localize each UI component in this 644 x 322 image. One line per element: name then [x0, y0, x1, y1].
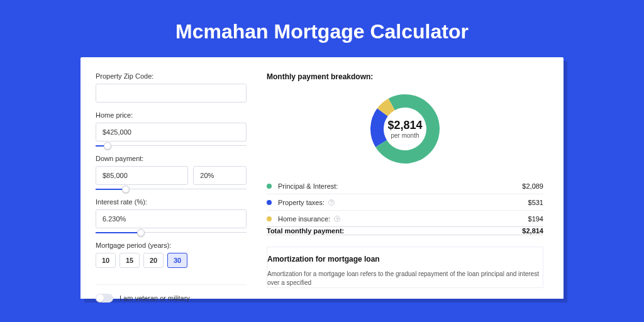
breakdown-panel: Monthly payment breakdown: $2,814 per mo… — [267, 72, 543, 284]
home-price-group: Home price: — [96, 111, 247, 146]
home-price-slider[interactable] — [96, 145, 247, 146]
total-row: Total monthly payment: $2,814 — [267, 226, 543, 235]
interest-label: Interest rate (%): — [96, 198, 247, 206]
page-title: Mcmahan Mortgage Calculator — [175, 0, 469, 57]
period-option-30[interactable]: 30 — [167, 253, 187, 268]
period-label: Mortgage period (years): — [96, 242, 247, 249]
legend-swatch — [267, 216, 272, 221]
total-value: $2,814 — [522, 227, 543, 235]
interest-input[interactable] — [96, 209, 247, 228]
down-payment-label: Down payment: — [96, 155, 247, 162]
legend-label: Home insurance:? — [278, 215, 528, 223]
down-payment-amount-input[interactable] — [96, 166, 188, 185]
center-sub: per month — [391, 132, 419, 139]
legend-swatch — [267, 200, 272, 205]
center-amount: $2,814 — [387, 119, 422, 132]
interest-slider[interactable] — [96, 232, 247, 233]
down-payment-slider[interactable] — [96, 189, 247, 189]
home-price-label: Home price: — [96, 111, 247, 119]
donut-chart: $2,814 per month — [367, 91, 443, 167]
donut-wrap: $2,814 per month — [267, 91, 543, 167]
zip-label: Property Zip Code: — [96, 72, 247, 80]
legend-value: $2,089 — [522, 182, 543, 190]
legend-row: Home insurance:?$194 — [267, 211, 543, 227]
period-options: 10152030 — [96, 253, 247, 268]
help-icon[interactable]: ? — [334, 216, 340, 222]
legend: Principal & Interest:$2,089Property taxe… — [267, 178, 543, 227]
legend-value: $194 — [528, 215, 543, 223]
calculator-card: Property Zip Code: Home price: Down paym… — [80, 57, 564, 299]
zip-input[interactable] — [96, 84, 247, 103]
help-icon[interactable]: ? — [328, 199, 335, 206]
breakdown-title: Monthly payment breakdown: — [267, 72, 543, 81]
period-option-20[interactable]: 20 — [143, 253, 164, 268]
legend-label: Principal & Interest: — [278, 182, 522, 190]
down-payment-pct-input[interactable] — [193, 166, 247, 185]
inputs-panel: Property Zip Code: Home price: Down paym… — [96, 72, 247, 284]
interest-group: Interest rate (%): — [96, 198, 247, 233]
veteran-label: I am veteran or military — [119, 294, 190, 302]
zip-group: Property Zip Code: — [96, 72, 247, 103]
period-option-15[interactable]: 15 — [119, 253, 140, 268]
veteran-row: I am veteran or military — [96, 284, 247, 303]
legend-value: $531 — [528, 199, 543, 206]
amortization-title: Amortization for mortgage loan — [267, 255, 543, 264]
amortization-section: Amortization for mortgage loan Amortizat… — [267, 247, 543, 288]
home-price-input[interactable] — [96, 123, 247, 142]
legend-row: Property taxes:?$531 — [267, 194, 543, 211]
legend-swatch — [267, 184, 272, 189]
down-payment-group: Down payment: — [96, 155, 247, 189]
legend-label: Property taxes:? — [278, 199, 528, 206]
veteran-toggle[interactable] — [96, 294, 113, 303]
period-option-10[interactable]: 10 — [96, 253, 116, 268]
toggle-knob — [96, 294, 104, 302]
legend-row: Principal & Interest:$2,089 — [267, 178, 543, 194]
amortization-desc: Amortization for a mortgage loan refers … — [267, 270, 543, 287]
total-label: Total monthly payment: — [267, 227, 522, 235]
period-group: Mortgage period (years): 10152030 — [96, 242, 247, 268]
